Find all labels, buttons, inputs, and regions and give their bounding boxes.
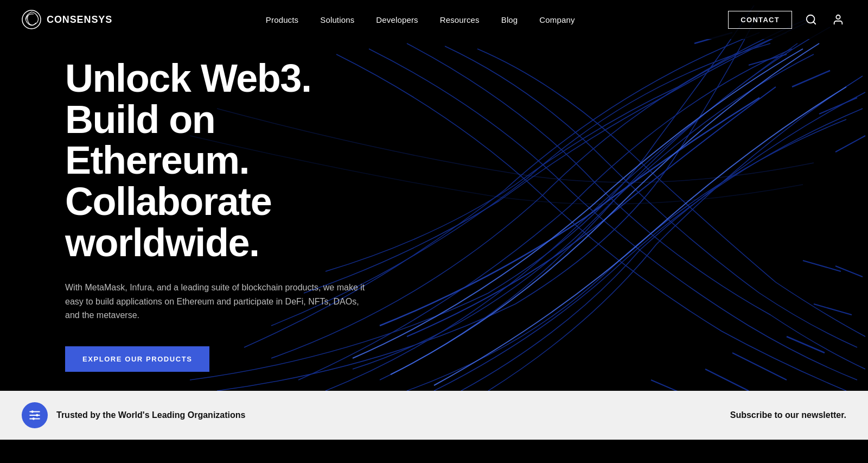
newsletter-text: Subscribe to our newsletter. xyxy=(730,410,846,420)
logo-icon xyxy=(22,10,41,29)
search-button[interactable] xyxy=(803,11,819,28)
navbar: CONSENSYS Products Solutions Developers … xyxy=(0,0,868,39)
hero-content: Unlock Web3. Build on Ethereum. Collabor… xyxy=(0,58,407,372)
nav-link-products[interactable]: Products xyxy=(266,15,298,24)
hero-subtitle: With MetaMask, Infura, and a leading sui… xyxy=(65,281,369,322)
nav-link-developers[interactable]: Developers xyxy=(376,15,418,24)
sliders-icon xyxy=(28,408,42,422)
trusted-icon xyxy=(22,402,48,428)
hero-title: Unlock Web3. Build on Ethereum. Collabor… xyxy=(65,58,407,263)
nav-links: Products Solutions Developers Resources … xyxy=(266,15,575,24)
user-button[interactable] xyxy=(830,11,846,28)
nav-link-blog[interactable]: Blog xyxy=(501,15,518,24)
svg-point-3 xyxy=(836,15,840,19)
logo-link[interactable]: CONSENSYS xyxy=(22,10,112,29)
svg-line-2 xyxy=(813,22,815,24)
trusted-text: Trusted by the World's Leading Organizat… xyxy=(56,410,245,420)
svg-point-10 xyxy=(33,417,35,420)
bottom-bar: Trusted by the World's Leading Organizat… xyxy=(0,391,868,440)
hero-title-line1: Unlock Web3. xyxy=(65,56,311,100)
nav-link-resources[interactable]: Resources xyxy=(440,15,480,24)
nav-link-solutions[interactable]: Solutions xyxy=(320,15,354,24)
brand-name: CONSENSYS xyxy=(47,14,112,26)
nav-link-company[interactable]: Company xyxy=(539,15,575,24)
contact-button[interactable]: CONTACT xyxy=(728,11,792,29)
hero-title-line2: Build on Ethereum. xyxy=(65,98,249,182)
user-icon xyxy=(832,14,844,26)
trusted-section: Trusted by the World's Leading Organizat… xyxy=(22,402,245,428)
svg-point-8 xyxy=(31,410,34,413)
hero-section: Unlock Web3. Build on Ethereum. Collabor… xyxy=(0,0,868,391)
newsletter-section: Subscribe to our newsletter. xyxy=(730,410,846,420)
svg-point-9 xyxy=(36,414,38,416)
cta-button[interactable]: EXPLORE OUR PRODUCTS xyxy=(65,346,209,372)
svg-point-0 xyxy=(22,10,41,29)
hero-title-line3: Collaborate worldwide. xyxy=(65,180,271,264)
search-icon xyxy=(805,14,817,26)
nav-right: CONTACT xyxy=(728,11,846,29)
